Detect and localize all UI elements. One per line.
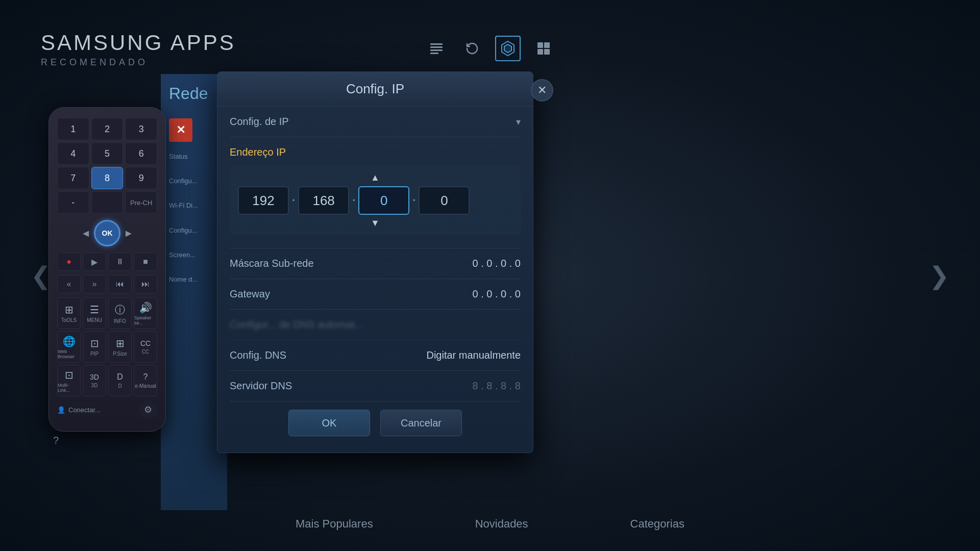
remote-btn-webbrowser[interactable]: 🌐 Web Browser [57, 331, 81, 363]
nav-grid-icon[interactable] [531, 36, 556, 61]
remote-btn-forward[interactable]: » [83, 275, 106, 293]
remote-dpad: ◄ OK ► [57, 220, 157, 246]
endereco-ip-label: Endereço IP [230, 146, 286, 158]
remote-btn-d[interactable]: D D [108, 365, 132, 396]
nav-hexagon-icon[interactable] [495, 36, 521, 61]
remote-btn-5[interactable]: 5 [91, 142, 124, 165]
remote-btn-pip[interactable]: ⊡ PIP [83, 331, 106, 363]
rede-item-wifi[interactable]: Wi-Fi Di... [169, 201, 219, 210]
gateway-value: 0 . 0 . 0 . 0 [472, 288, 521, 300]
emanual-label: e-Manual [135, 383, 156, 389]
config-ip-dropdown[interactable]: ▾ [512, 116, 521, 128]
remote-btn-rec[interactable]: ● [57, 253, 81, 271]
ip-field-1[interactable]: 192 [238, 186, 289, 215]
remote-btn-prech[interactable]: Pre-CH [125, 191, 157, 214]
dialog-close-button[interactable]: ✕ [531, 79, 553, 102]
nav-refresh-icon[interactable] [459, 36, 485, 61]
rede-item-allshare[interactable]: Configu... [169, 226, 219, 235]
remote-btn-pause[interactable]: ⏸ [108, 253, 132, 271]
rede-item-nome[interactable]: Nome d... [169, 275, 219, 284]
web-icon: 🌐 [63, 335, 76, 347]
remote-btn-stop[interactable]: ■ [134, 253, 157, 271]
remote-btn-8[interactable]: 8 [91, 167, 124, 189]
remote-arrow-left[interactable]: ◄ [81, 228, 91, 239]
remote-btn-menu[interactable]: ☰ MENU [83, 297, 106, 329]
servidor-dns-value: 8 . 8 . 8 . 8 [472, 380, 521, 392]
remote-btn-emanual[interactable]: ? e-Manual [134, 365, 157, 396]
dialog-ok-button[interactable]: OK [288, 410, 370, 436]
remote-btn-cc[interactable]: CC CC [134, 331, 157, 363]
cc-label: CC [142, 349, 149, 355]
samsung-header: SAMSUNG APPS RECOMENDADO [41, 31, 236, 68]
connect-label: Conectar... [68, 406, 101, 414]
pip-label: PIP [90, 351, 99, 357]
ip-dot-2: · [352, 194, 355, 207]
nav-list-icon[interactable] [424, 36, 449, 61]
ip-arrow-down[interactable]: ▼ [238, 218, 512, 229]
svg-rect-6 [537, 42, 543, 48]
remote-ok-button[interactable]: OK [94, 220, 120, 246]
nav-arrow-right[interactable]: ❯ [929, 261, 949, 290]
remote-btn-3[interactable]: 3 [125, 118, 157, 140]
mascara-label: Máscara Sub-rede [230, 258, 314, 269]
ip-field-2[interactable]: 168 [298, 186, 349, 215]
multilink-icon: ⊡ [65, 369, 74, 381]
dialog-actions: OK Cancelar [230, 402, 521, 440]
svg-rect-2 [430, 49, 443, 51]
remote-btn-info[interactable]: ⓘ INFO [108, 297, 132, 329]
ip-dot-3: · [412, 194, 415, 207]
rede-item-configuracao[interactable]: Configu... [169, 177, 219, 186]
remote-btn-0[interactable] [91, 191, 124, 214]
remote-bottom: 👤 Conectar... ⚙ [57, 400, 157, 419]
cc-icon: CC [140, 339, 151, 347]
rede-close-button[interactable]: ✕ [169, 118, 192, 142]
pip-icon: ⊡ [90, 337, 99, 349]
rede-item-status[interactable]: Status [169, 152, 219, 161]
remote-btn-psize[interactable]: ⊞ P.Size [108, 331, 132, 363]
remote-btn-rewind[interactable]: « [57, 275, 81, 293]
tab-mais-populares[interactable]: Mais Populares [296, 517, 373, 531]
ip-input-container: ▲ 192 · 168 · 0 · 0 ▼ [230, 166, 521, 235]
remote-connect-button[interactable]: 👤 Conectar... [57, 406, 101, 414]
ip-fields: 192 · 168 · 0 · 0 [238, 186, 512, 215]
ip-arrow-up[interactable]: ▲ [238, 172, 512, 183]
dialog-cancel-button[interactable]: Cancelar [380, 410, 462, 436]
ip-dot-1: · [292, 194, 295, 207]
remote-btn-4[interactable]: 4 [57, 142, 89, 165]
remote-btn-7[interactable]: 7 [57, 167, 89, 189]
ip-field-4[interactable]: 0 [419, 186, 470, 215]
ip-field-3[interactable]: 0 [358, 186, 409, 215]
remote-btn-tools[interactable]: ⊞ ToOLS [57, 297, 81, 329]
remote-btn-2[interactable]: 2 [91, 118, 124, 140]
remote-btn-dash[interactable]: - [57, 191, 89, 214]
tools-icon: ⊞ [65, 304, 74, 316]
dialog-header: Config. IP [217, 72, 533, 107]
dialog-row-gateway: Gateway 0 . 0 . 0 . 0 [230, 279, 521, 310]
config-dns-label: Config. DNS [230, 349, 286, 361]
remote-btn-next[interactable]: ⏭ [134, 275, 157, 293]
remote-settings-button[interactable]: ⚙ [139, 400, 157, 419]
dialog-row-config-ip: Config. de IP ▾ [230, 107, 521, 137]
info-icon: ⓘ [115, 303, 125, 317]
remote-arrow-right[interactable]: ► [124, 228, 134, 239]
tab-novidades[interactable]: Novidades [475, 517, 528, 531]
remote-question-button[interactable]: ? [53, 435, 59, 446]
3d-label: 3D [91, 383, 98, 388]
remote-btn-9[interactable]: 9 [125, 167, 157, 189]
dialog-row-endereco-ip: Endereço IP ▲ 192 · 168 · 0 · 0 ▼ [230, 137, 521, 248]
remote-btn-3d[interactable]: 3D 3D [83, 365, 106, 396]
dialog-row-config-dns: Config. DNS Digitar manualmente [230, 340, 521, 371]
svg-rect-3 [430, 53, 438, 54]
dialog-row-mascara: Máscara Sub-rede 0 . 0 . 0 . 0 [230, 248, 521, 279]
nav-arrow-left[interactable]: ❮ [31, 261, 51, 290]
multilink-label: Multi-Link... [58, 383, 80, 393]
remote-btn-multilink[interactable]: ⊡ Multi-Link... [57, 365, 81, 396]
remote-btn-prev[interactable]: ⏮ [108, 275, 132, 293]
tab-categorias[interactable]: Categorias [630, 517, 684, 531]
remote-btn-6[interactable]: 6 [125, 142, 157, 165]
remote-btn-1[interactable]: 1 [57, 118, 89, 140]
remote-btn-play[interactable]: ▶ [83, 253, 106, 271]
speaker-label: Speaker se... [134, 315, 157, 325]
remote-btn-speaker[interactable]: 🔊 Speaker se... [134, 297, 157, 329]
rede-item-screen[interactable]: Screen... [169, 251, 219, 260]
